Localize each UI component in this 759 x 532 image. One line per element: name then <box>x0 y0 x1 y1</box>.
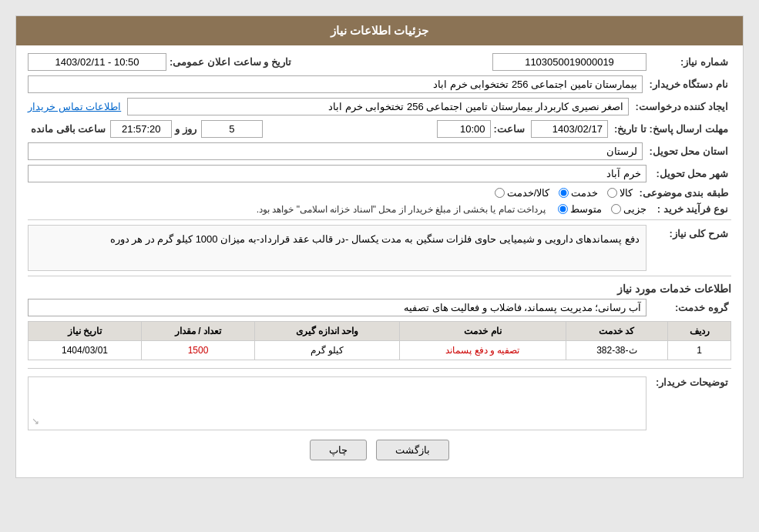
purchase-jozyi-label: جزیی <box>623 203 646 215</box>
purchase-note: پرداخت تمام یا بخشی از مبلغ خریدار از مح… <box>257 204 546 215</box>
category-radio-group: کالا خدمت کالا/خدمت <box>495 187 633 199</box>
col-header-qty: تعداد / مقدار <box>142 322 255 341</box>
table-cell: تصفیه و دفع پسماند <box>400 341 566 360</box>
response-remaining-label: ساعت باقی مانده <box>31 123 106 135</box>
col-header-code: کد خدمت <box>566 322 667 341</box>
service-group-value: آب رسانی؛ مدیریت پسماند، فاضلاب و فعالیت… <box>28 299 646 316</box>
print-button[interactable]: چاپ <box>310 440 367 460</box>
response-time-label: ساعت: <box>494 123 525 135</box>
need-number-value: 1103050019000019 <box>492 53 646 71</box>
creator-label: ایجاد کننده درخواست: <box>629 101 731 112</box>
service-group-label: گروه خدمت: <box>646 302 731 313</box>
delivery-province-value: لرستان <box>28 142 643 160</box>
buyer-notes-box: ↘ <box>28 376 646 430</box>
response-days: 5 <box>201 120 263 138</box>
need-desc-value: دفع پسماندهای دارویی و شیمیایی حاوی فلزا… <box>28 225 646 271</box>
page-header: جزئیات اطلاعات نیاز <box>16 16 743 45</box>
category-khadamat-radio[interactable] <box>559 188 569 198</box>
category-kala-khadamat-radio[interactable] <box>495 188 505 198</box>
buyer-notes-label: توضیحات خریدار: <box>646 373 731 388</box>
col-header-unit: واحد اندازه گیری <box>254 322 399 341</box>
category-label: طبقه بندی موضوعی: <box>633 187 731 199</box>
contact-link[interactable]: اطلاعات تماس خریدار <box>28 101 121 112</box>
table-cell: 1404/03/01 <box>29 341 142 360</box>
category-kala-khadamat-label: کالا/خدمت <box>507 187 550 199</box>
table-cell: 1500 <box>142 341 255 360</box>
resize-icon: ↘ <box>32 416 39 427</box>
purchase-motavaset-option[interactable]: متوسط <box>558 203 602 215</box>
announce-date-value: 1403/02/11 - 10:50 <box>28 53 166 71</box>
page-title: جزئیات اطلاعات نیاز <box>331 24 428 37</box>
delivery-province-label: استان محل تحویل: <box>643 146 731 157</box>
category-kala-label: کالا <box>620 187 633 199</box>
need-number-label: شماره نیاز: <box>646 56 731 68</box>
purchase-jozyi-option[interactable]: جزیی <box>611 203 646 215</box>
need-desc-label: شرح کلی نیاز: <box>646 225 731 239</box>
response-remaining: 21:57:20 <box>110 120 172 138</box>
col-header-date: تاریخ نیاز <box>29 322 142 341</box>
col-header-name: نام خدمت <box>400 322 566 341</box>
table-cell: 1 <box>668 341 731 360</box>
purchase-motavaset-label: متوسط <box>570 203 602 215</box>
buyer-org-value: بیمارستان تامین اجتماعی 256 تختخوابی خرم… <box>28 75 643 93</box>
announce-date-label: تاریخ و ساعت اعلان عمومی: <box>170 56 291 68</box>
table-row: 1ث-38-382تصفیه و دفع پسماندکیلو گرم15001… <box>29 341 731 360</box>
delivery-city-value: خرم آباد <box>28 165 646 182</box>
category-kala-khadamat-option[interactable]: کالا/خدمت <box>495 187 550 199</box>
col-header-row: ردیف <box>668 322 731 341</box>
response-time: 10:00 <box>437 120 491 138</box>
delivery-city-label: شهر محل تحویل: <box>646 168 731 179</box>
purchase-motavaset-radio[interactable] <box>558 204 568 214</box>
services-table: ردیف کد خدمت نام خدمت واحد اندازه گیری ت… <box>28 321 731 360</box>
category-khadamat-option[interactable]: خدمت <box>559 187 598 199</box>
response-day-label: روز و <box>175 123 196 135</box>
back-button[interactable]: بازگشت <box>376 440 449 460</box>
purchase-type-radio-group: جزیی متوسط <box>558 203 646 215</box>
buyer-org-label: نام دستگاه خریدار: <box>643 79 731 90</box>
category-kala-radio[interactable] <box>607 188 617 198</box>
response-date: 1403/02/17 <box>531 120 608 138</box>
table-cell: ث-38-382 <box>566 341 667 360</box>
purchase-jozyi-radio[interactable] <box>611 204 621 214</box>
table-cell: کیلو گرم <box>254 341 399 360</box>
purchase-type-label: نوع فرآیند خرید : <box>646 203 731 215</box>
creator-value: اصغر نصیری کاربردار بیمارستان تامین اجتم… <box>127 98 629 115</box>
footer-buttons: بازگشت چاپ <box>28 440 731 460</box>
category-khadamat-label: خدمت <box>571 187 598 199</box>
services-section-title: اطلاعات خدمات مورد نیاز <box>28 283 731 295</box>
response-deadline-label: مهلت ارسال پاسخ: تا تاریخ: <box>608 123 731 135</box>
category-kala-option[interactable]: کالا <box>607 187 633 199</box>
